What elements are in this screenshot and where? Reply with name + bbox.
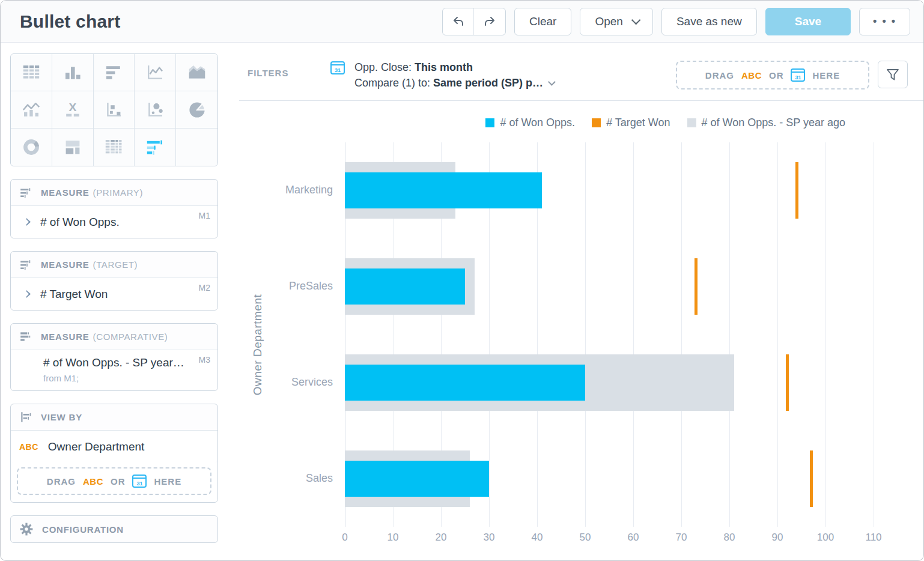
primary-bar[interactable] [345, 461, 489, 497]
pie-chart-icon [186, 99, 208, 121]
chart-type-crosstab[interactable]: X [52, 91, 94, 129]
view-by-drop-zone[interactable]: DRAG ABC OR 31 HERE [17, 467, 211, 495]
undo-redo-group [442, 8, 506, 35]
chart-type-line-chart[interactable] [135, 54, 176, 91]
chart-row-marketing: Marketing [345, 142, 878, 238]
app-window: Bullet chart Clear Open Save as new Save… [0, 0, 924, 561]
chart-type-pivot-table[interactable] [94, 129, 135, 166]
chart-type-column-chart[interactable] [52, 54, 94, 91]
legend-swatch [687, 118, 696, 127]
save-as-new-button[interactable]: Save as new [661, 8, 757, 35]
measure-comparative-qualifier: (COMPARATIVE) [93, 332, 168, 342]
measure-primary-badge: M1 [199, 211, 210, 220]
measure-primary-header: MEASURE (PRIMARY) [11, 180, 217, 206]
category-label: PreSales [239, 280, 333, 293]
filter-funnel-button[interactable] [878, 61, 908, 88]
x-tick-label: 10 [388, 532, 399, 544]
primary-bar[interactable] [345, 172, 542, 208]
here-label: HERE [812, 70, 840, 80]
gear-icon [19, 522, 34, 536]
drag-label: DRAG [705, 70, 734, 80]
donut-chart-icon [20, 136, 42, 158]
measure-target-item[interactable]: # Target Won M2 [11, 278, 217, 310]
chart-type-donut-chart[interactable] [11, 129, 52, 166]
x-tick-label: 50 [580, 532, 591, 544]
chart-type-pie-chart[interactable] [176, 91, 217, 129]
x-tick-label: 60 [628, 532, 639, 544]
x-tick-label: 0 [342, 532, 347, 544]
filter-line-2: Compare (1) to: Same period (SP) p… [354, 75, 555, 91]
chart-legend: # of Won Opps.# Target Won# of Won Opps.… [239, 101, 923, 129]
topbar-actions: Clear Open Save as new Save • • • [442, 8, 910, 35]
here-label: HERE [154, 476, 181, 487]
calendar-icon: 31 [132, 475, 147, 488]
calendar-icon: 31 [330, 61, 345, 74]
plot-area: MarketingPreSalesServicesSales [345, 142, 878, 527]
chevron-down-icon [548, 78, 556, 86]
line-chart-icon [144, 62, 166, 83]
open-button[interactable]: Open [580, 8, 652, 35]
measure-target-header: MEASURE (TARGET) [11, 252, 217, 278]
save-button[interactable]: Save [765, 8, 851, 35]
legend-item-primary[interactable]: # of Won Opps. [485, 117, 575, 129]
bullet-measure-icon [19, 330, 32, 344]
legend-item-target[interactable]: # Target Won [592, 117, 670, 129]
chart-type-bar-chart[interactable] [94, 54, 135, 91]
legend-label: # of Won Opps. [500, 117, 575, 129]
or-label: OR [111, 476, 126, 487]
measure-primary-item[interactable]: # of Won Opps. M1 [11, 206, 217, 238]
expand-chevron-icon[interactable] [23, 218, 31, 226]
bullet-measure-icon [19, 186, 32, 199]
layout-chart-icon [62, 136, 84, 158]
clear-button[interactable]: Clear [514, 8, 571, 35]
undo-button[interactable] [443, 8, 474, 35]
bullet-chart: Owner Department MarketingPreSalesServic… [345, 142, 923, 547]
filter-drop-zone[interactable]: DRAG ABC OR 31 HERE [676, 61, 869, 89]
target-tick[interactable] [786, 354, 789, 411]
view-by-item[interactable]: ABC Owner Department [11, 431, 217, 462]
x-tick-label: 110 [865, 532, 881, 544]
x-tick-label: 100 [817, 532, 834, 544]
chart-type-layout-chart[interactable] [52, 129, 94, 166]
x-tick-label: 70 [676, 532, 687, 544]
area-chart-icon [186, 62, 208, 83]
column-chart-icon [62, 62, 84, 83]
chart-type-table[interactable] [11, 54, 52, 91]
legend-swatch [485, 118, 494, 127]
category-label: Sales [239, 472, 333, 485]
measure-comparative-formula: from M1; [43, 373, 209, 383]
view-by-icon [19, 411, 32, 424]
chart-type-scatter-chart[interactable] [94, 91, 135, 129]
measure-target-qualifier: (TARGET) [93, 259, 138, 270]
abc-type-icon: ABC [19, 442, 38, 452]
bar-chart-icon [103, 62, 124, 83]
page-title: Bullet chart [20, 11, 120, 32]
chart-type-area-chart[interactable] [176, 54, 217, 91]
date-filter-chip[interactable]: 31 Opp. Close: This month Compare (1) to… [330, 59, 555, 91]
combo-chart-icon [20, 99, 42, 121]
primary-bar[interactable] [345, 268, 465, 305]
more-options-button[interactable]: • • • [859, 8, 910, 35]
open-button-label: Open [595, 15, 622, 28]
x-tick-label: 20 [436, 532, 447, 544]
expand-chevron-icon[interactable] [23, 290, 31, 298]
redo-button[interactable] [474, 8, 505, 35]
target-tick[interactable] [810, 450, 813, 507]
legend-item-comparative[interactable]: # of Won Opps. - SP year ago [687, 117, 845, 129]
chart-row-sales: Sales [345, 431, 878, 527]
configuration-card[interactable]: CONFIGURATION [10, 515, 218, 543]
target-tick[interactable] [695, 258, 698, 315]
chart-type-combo-chart[interactable] [11, 91, 52, 129]
x-tick-label: 40 [532, 532, 543, 544]
target-tick[interactable] [795, 162, 798, 219]
measure-comparative-item[interactable]: # of Won Opps. - SP year… M3 from M1; [11, 350, 217, 390]
chart-type-bubble-chart[interactable] [135, 91, 176, 129]
filters-row: FILTERS 31 Opp. Close: This month Compar… [239, 53, 923, 91]
chart-type-bullet-chart-selected[interactable] [135, 129, 176, 166]
view-by-card: VIEW BY ABC Owner Department DRAG ABC OR… [10, 404, 218, 503]
redo-icon [482, 14, 497, 29]
view-by-header: VIEW BY [11, 404, 217, 431]
x-tick-label: 80 [724, 532, 735, 544]
primary-bar[interactable] [345, 365, 585, 401]
calendar-icon: 31 [791, 68, 805, 82]
